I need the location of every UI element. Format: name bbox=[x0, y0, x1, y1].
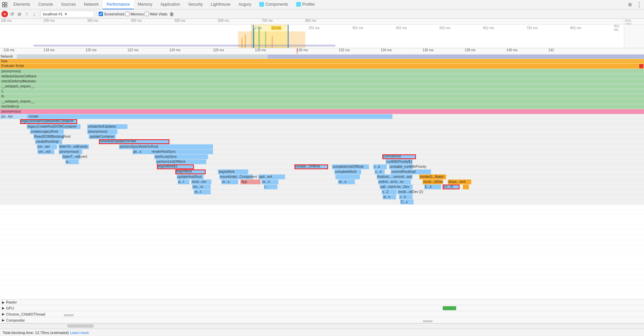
settings-button[interactable]: ⚙ bbox=[625, 0, 635, 9]
empty-row-19 bbox=[0, 295, 644, 299]
tab-security[interactable]: Security bbox=[184, 0, 207, 9]
empty-row-12 bbox=[0, 260, 644, 265]
anon-row-pink[interactable]: (anonymous) bbox=[0, 109, 644, 114]
tab-console[interactable]: Console bbox=[34, 0, 57, 9]
svg-rect-1 bbox=[5, 2, 7, 4]
c-s-row[interactable]: C...s bbox=[0, 200, 644, 205]
tab-lighthouse[interactable]: Lighthouse bbox=[207, 0, 234, 9]
raster-section[interactable]: ▶ Raster bbox=[0, 299, 644, 305]
webvitals-checkbox-label[interactable]: Web Vitals bbox=[145, 12, 167, 16]
tab-network[interactable]: Network bbox=[80, 0, 103, 9]
raster-label: Raster bbox=[6, 300, 17, 304]
clear-button[interactable]: ⊘ bbox=[16, 11, 23, 17]
more-button[interactable]: ⋮ bbox=[635, 0, 644, 9]
chrome-child-io-chevron: ▶ bbox=[2, 312, 5, 316]
legacy-render-row[interactable]: legacyRenderSubtreeIntoContainer bbox=[0, 119, 644, 124]
w-s-row[interactable]: w...s c...k bbox=[0, 195, 644, 200]
tab-performance[interactable]: Performance bbox=[103, 0, 134, 9]
learn-more-link[interactable]: Learn more bbox=[70, 331, 89, 335]
svg-rect-2 bbox=[2, 5, 4, 7]
evaluate-script-row[interactable]: Evaluate Script bbox=[0, 64, 644, 69]
tab-elements[interactable]: Elements bbox=[9, 0, 34, 9]
compositor-chevron: ▶ bbox=[2, 318, 5, 322]
tab-augury[interactable]: Augury bbox=[234, 0, 255, 9]
src-index-row[interactable]: /src/index.js bbox=[0, 104, 644, 109]
app-row[interactable]: p...t rend...ren re...s App re...n re...… bbox=[0, 180, 644, 185]
anon-row-1[interactable]: (anonymous) bbox=[0, 69, 644, 74]
memory-checkbox-label[interactable]: Memory bbox=[125, 12, 144, 16]
empty-row-8 bbox=[0, 240, 644, 245]
flame-chart-container[interactable]: Network Task Evaluate Script (anonymous)… bbox=[0, 54, 644, 299]
fn-row[interactable]: fn bbox=[0, 94, 644, 99]
upload-button[interactable]: ↑ bbox=[23, 11, 30, 17]
overview-ruler: 100 ms 200 ms 300 ms 400 ms 500 ms 600 m… bbox=[0, 19, 644, 25]
gpu-label: GPU bbox=[6, 306, 14, 310]
empty-row-18 bbox=[0, 290, 644, 295]
status-bar: Total blocking time: 12.79ms (estimated)… bbox=[0, 329, 644, 336]
task-track: Task bbox=[0, 59, 644, 64]
empty-row-5 bbox=[0, 225, 644, 230]
blocking-time-text: Total blocking time: 12.79ms (estimated) bbox=[3, 331, 69, 335]
compositor-section[interactable]: ▶ Compositor bbox=[0, 317, 644, 323]
empty-row-13 bbox=[0, 265, 644, 270]
devtools-tabbar: ElementsConsoleSourcesNetworkPerformance… bbox=[0, 0, 644, 9]
webpack-require-row-1[interactable]: __webpack_require__ bbox=[0, 84, 644, 89]
update-host-root-row[interactable]: updateHostRoot mountIndet...Component up… bbox=[0, 175, 644, 180]
tab-sources[interactable]: Sources bbox=[57, 0, 80, 9]
render-root-sync-row[interactable]: cre...oot (anonymous) ge...s renderRootS… bbox=[0, 149, 644, 154]
tab-application[interactable]: Application bbox=[156, 0, 184, 9]
url-bar: localhost #1 ▼ bbox=[41, 11, 94, 17]
legacy-create-root-row[interactable]: legacyCreateRootDOMContainer unbatchedUp… bbox=[0, 124, 644, 129]
begin-work-outer-row[interactable]: a... performUnitOfWork runWithPriority$1 bbox=[0, 159, 644, 164]
svg-rect-12 bbox=[34, 45, 335, 47]
gpu-section[interactable]: ▶ GPU bbox=[0, 305, 644, 311]
chrome-child-io-section[interactable]: ▶ Chrome_ChildIOThread bbox=[0, 311, 644, 317]
devtools-logo bbox=[0, 0, 9, 9]
overview-labels-right2 bbox=[624, 25, 644, 48]
react-dom-blocking-row[interactable]: ReactDOMBlockingRoot updateContainer bbox=[0, 134, 644, 139]
tab-profiler[interactable]: Profiler bbox=[292, 0, 319, 9]
perform-sync-row[interactable]: cre...ner listenTo...edEvents performSyn… bbox=[0, 144, 644, 149]
tab-memory[interactable]: Memory bbox=[134, 0, 156, 9]
empty-row-6 bbox=[0, 230, 644, 235]
empty-row-17 bbox=[0, 285, 644, 290]
memory-checkbox[interactable] bbox=[125, 12, 129, 16]
re-t-row[interactable]: re...t v...2 invok...ckDev (2) bbox=[0, 190, 644, 195]
svg-rect-0 bbox=[2, 2, 4, 4]
gpu-chevron: ▶ bbox=[2, 306, 5, 310]
empty-row-15 bbox=[0, 275, 644, 280]
network-track: Network bbox=[0, 54, 644, 59]
empty-row-7 bbox=[0, 235, 644, 240]
number-1-row[interactable]: 1 bbox=[0, 89, 644, 94]
clear-recordings-button[interactable]: 🗑 bbox=[169, 11, 174, 17]
create-root-impl-row[interactable]: createRootImpl scheduleUpdateOnFiber bbox=[0, 139, 644, 144]
main-ruler: 116 ms 118 ms 120 ms 122 ms 124 ms 126 m… bbox=[0, 48, 644, 54]
webpack-jsonp-row[interactable]: webpack/jsonpCallback bbox=[0, 74, 644, 79]
empty-row-1 bbox=[0, 205, 644, 210]
check-deferred-row[interactable]: checkDeferredModules bbox=[0, 79, 644, 84]
empty-row-4 bbox=[0, 220, 644, 225]
empty-row-11 bbox=[0, 255, 644, 260]
screenshots-checkbox-label[interactable]: Screenshots bbox=[99, 12, 124, 16]
tab-components[interactable]: Components bbox=[255, 0, 292, 9]
refresh-record-button[interactable]: ↺ bbox=[9, 11, 15, 17]
chrome-child-io-label: Chrome_ChildIOThread bbox=[6, 312, 45, 316]
svg-rect-3 bbox=[5, 5, 7, 7]
rec-rs-row[interactable]: rec...rs r... vali...ment inv...Dev E...… bbox=[0, 185, 644, 190]
overview-panel[interactable]: 52 ms 12 ms 252 ms 352 ms 452 ms 552 ms … bbox=[0, 25, 644, 48]
raster-chevron: ▶ bbox=[2, 300, 5, 304]
jsx-render-row[interactable]: jsx...ion render bbox=[0, 114, 644, 119]
webvitals-checkbox[interactable] bbox=[145, 12, 149, 16]
screenshots-checkbox[interactable] bbox=[99, 12, 103, 16]
performance-toolbar: ● ↺ ⊘ ↑ ↓ localhost #1 ▼ Screenshots Mem… bbox=[0, 9, 644, 19]
empty-row-10 bbox=[0, 250, 644, 255]
empty-row-16 bbox=[0, 280, 644, 285]
begin-work-row[interactable]: beginWork$1 comple...OfWork completeUnit… bbox=[0, 164, 644, 170]
webpack-require-row-2[interactable]: __webpack_require__ bbox=[0, 99, 644, 104]
record-button[interactable]: ● bbox=[1, 11, 8, 17]
begin-work-inner-row[interactable]: beginWork beginWork completeWork c...e c… bbox=[0, 170, 644, 175]
create-legacy-root-row[interactable]: createLegacyRoot (anonymous) bbox=[0, 129, 644, 134]
download-button[interactable]: ↓ bbox=[31, 11, 38, 17]
hscrollbar[interactable] bbox=[0, 323, 644, 328]
work-loop-row[interactable]: listenT...veEvent workLoopSync commitRoo… bbox=[0, 154, 644, 159]
